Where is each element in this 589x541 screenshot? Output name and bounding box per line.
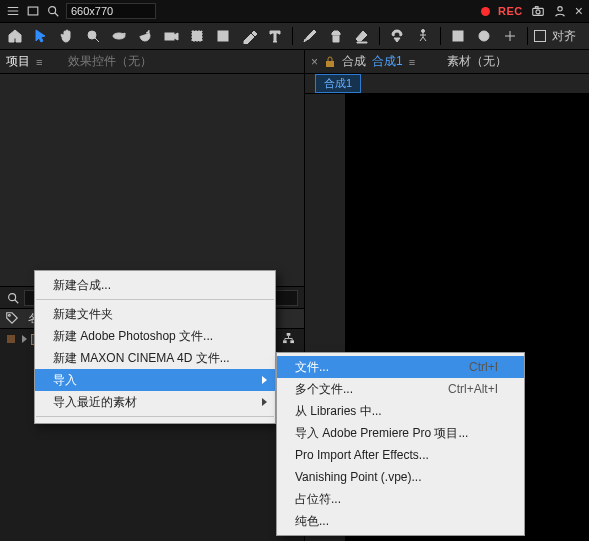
camera-icon[interactable] <box>531 4 545 18</box>
tab-effect-controls[interactable]: 效果控件（无） <box>68 53 152 70</box>
col-tag[interactable] <box>0 311 22 327</box>
puppet-tool[interactable] <box>412 25 434 47</box>
brush-tool[interactable] <box>299 25 321 47</box>
tab-composition-menu-icon[interactable]: ≡ <box>409 56 415 68</box>
svg-rect-8 <box>165 33 174 40</box>
svg-point-5 <box>558 7 562 11</box>
title-search-input[interactable] <box>66 3 156 19</box>
svg-rect-12 <box>453 31 463 41</box>
svg-rect-10 <box>218 31 228 41</box>
extra-tool-2[interactable] <box>473 25 495 47</box>
pen-tool[interactable] <box>238 25 260 47</box>
row-twisty-icon[interactable] <box>22 335 27 343</box>
selection-tool[interactable] <box>30 25 52 47</box>
search-icon <box>6 291 20 305</box>
submenu-file[interactable]: 文件... Ctrl+I <box>277 356 524 378</box>
svg-rect-19 <box>283 340 287 343</box>
submenu-solid[interactable]: 纯色... <box>277 510 524 532</box>
menu-new-composition[interactable]: 新建合成... <box>35 274 275 296</box>
window-icon[interactable] <box>26 4 40 18</box>
svg-rect-18 <box>287 333 291 336</box>
anchor-tool[interactable] <box>186 25 208 47</box>
tab-composition[interactable]: 合成 <box>342 53 366 70</box>
eraser-tool[interactable] <box>351 25 373 47</box>
title-bar: REC × <box>0 0 589 22</box>
tab-project[interactable]: 项目 <box>6 53 30 70</box>
svg-point-15 <box>9 314 11 316</box>
menu-separator <box>36 299 274 300</box>
svg-point-11 <box>422 30 425 33</box>
composition-panel-tabs: × 合成 合成1 ≡ 素材（无） <box>305 50 589 74</box>
project-thumbnail-area <box>0 74 304 287</box>
submenu-premiere[interactable]: 导入 Adobe Premiere Pro 项目... <box>277 422 524 444</box>
tab-composition-current[interactable]: 合成1 <box>372 53 403 70</box>
svg-rect-9 <box>192 31 202 41</box>
svg-point-1 <box>49 7 56 14</box>
search-icon[interactable] <box>46 4 60 18</box>
tab-close-icon[interactable]: × <box>311 55 318 69</box>
toolbar-separator <box>379 27 380 45</box>
submenu-placeholder[interactable]: 占位符... <box>277 488 524 510</box>
zoom-tool[interactable] <box>82 25 104 47</box>
toolbar-separator <box>527 27 528 45</box>
submenu-multiple-files[interactable]: 多个文件... Ctrl+Alt+I <box>277 378 524 400</box>
extra-tool-1[interactable] <box>447 25 469 47</box>
submenu-from-libraries[interactable]: 从 Libraries 中... <box>277 400 524 422</box>
tab-project-menu-icon[interactable]: ≡ <box>36 56 42 68</box>
svg-point-13 <box>479 31 489 41</box>
user-icon[interactable] <box>553 4 567 18</box>
toolbar-separator <box>292 27 293 45</box>
menu-new-c4d[interactable]: 新建 MAXON CINEMA 4D 文件... <box>35 347 275 369</box>
menu-import-recent[interactable]: 导入最近的素材 <box>35 391 275 413</box>
home-tool[interactable] <box>4 25 26 47</box>
panel-lock-icon[interactable] <box>324 56 336 68</box>
orbit-tool[interactable] <box>108 25 130 47</box>
submenu-vanishing-point[interactable]: Vanishing Point (.vpe)... <box>277 466 524 488</box>
text-tool[interactable] <box>264 25 286 47</box>
composition-breadcrumb: 合成1 <box>305 74 589 94</box>
hamburger-icon[interactable] <box>6 4 20 18</box>
record-indicator-icon <box>481 7 490 16</box>
submenu-pro-import[interactable]: Pro Import After Effects... <box>277 444 524 466</box>
menu-new-photoshop[interactable]: 新建 Adobe Photoshop 文件... <box>35 325 275 347</box>
svg-rect-0 <box>28 7 38 15</box>
svg-point-3 <box>536 10 540 14</box>
svg-rect-21 <box>326 61 334 67</box>
import-submenu: 文件... Ctrl+I 多个文件... Ctrl+Alt+I 从 Librar… <box>276 352 525 536</box>
row-flowchart-icon[interactable] <box>283 333 294 346</box>
tab-footage[interactable]: 素材（无） <box>447 53 507 70</box>
snap-toggle[interactable] <box>534 30 546 42</box>
shape-tool[interactable] <box>212 25 234 47</box>
snap-label: 对齐 <box>552 28 576 45</box>
breadcrumb-item[interactable]: 合成1 <box>315 74 361 93</box>
row-color-tag[interactable] <box>0 335 22 343</box>
close-icon[interactable]: × <box>575 3 583 19</box>
project-panel-tabs: 项目 ≡ 效果控件（无） <box>0 50 304 74</box>
toolbar-separator <box>440 27 441 45</box>
extra-tool-3[interactable] <box>499 25 521 47</box>
camera-tool[interactable] <box>160 25 182 47</box>
hand-tool[interactable] <box>56 25 78 47</box>
clone-tool[interactable] <box>325 25 347 47</box>
svg-rect-4 <box>535 7 538 9</box>
svg-point-14 <box>9 293 16 300</box>
roto-tool[interactable] <box>386 25 408 47</box>
menu-separator <box>36 416 274 417</box>
menu-new-folder[interactable]: 新建文件夹 <box>35 303 275 325</box>
rotate-tool[interactable] <box>134 25 156 47</box>
record-label: REC <box>498 5 523 17</box>
svg-point-6 <box>88 31 96 39</box>
svg-rect-20 <box>290 340 294 343</box>
project-context-menu: 新建合成... 新建文件夹 新建 Adobe Photoshop 文件... 新… <box>34 270 276 424</box>
main-toolbar: 对齐 <box>0 22 589 50</box>
menu-import[interactable]: 导入 <box>35 369 275 391</box>
